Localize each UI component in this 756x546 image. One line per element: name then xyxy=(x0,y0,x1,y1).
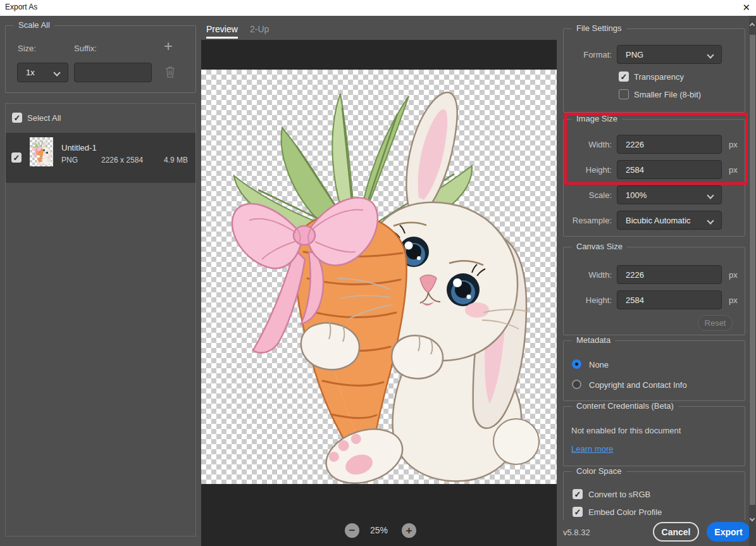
canvas-height-unit: px xyxy=(729,295,738,305)
zoom-level: 25% xyxy=(370,525,388,535)
file-size: 4.9 MB xyxy=(152,156,188,164)
suffix-label: Suffix: xyxy=(74,44,97,53)
transparency-label: Transparency xyxy=(634,72,684,82)
scale-select-value: 100% xyxy=(626,190,647,200)
file-name: Untitled-1 xyxy=(61,143,97,152)
cancel-button-label: Cancel xyxy=(662,527,691,537)
metadata-none-radio[interactable] xyxy=(572,359,581,369)
metadata-copyright-label: Copyright and Contact Info xyxy=(589,380,687,390)
preview-image xyxy=(201,70,557,484)
tab-2up[interactable]: 2-Up xyxy=(250,24,269,34)
suffix-input[interactable] xyxy=(74,63,152,82)
transparency-checkerboard xyxy=(201,70,557,484)
scroll-up-icon[interactable] xyxy=(750,23,755,28)
metadata-none-label: None xyxy=(589,360,609,369)
metadata-copyright-radio[interactable] xyxy=(572,380,581,389)
scale-all-group: Scale All xyxy=(5,25,196,93)
annotation-highlight-rect xyxy=(564,113,748,185)
resample-select-value: Bicubic Automatic xyxy=(626,216,691,225)
plus-icon: + xyxy=(406,525,412,536)
trash-icon[interactable] xyxy=(164,65,177,79)
learn-more-link[interactable]: Learn more xyxy=(571,444,613,454)
canvas-width-unit: px xyxy=(729,270,738,280)
chevron-down-icon xyxy=(707,51,714,58)
chevron-down-icon xyxy=(707,192,714,199)
add-scale-icon[interactable]: + xyxy=(164,39,173,53)
tab-2up-label: 2-Up xyxy=(250,24,269,34)
dialog-footer: v5.8.32 Cancel Export xyxy=(559,520,749,546)
format-select-value: PNG xyxy=(626,50,643,59)
file-thumbnail-art xyxy=(30,137,53,166)
content-credentials-group: Content Credentials (Beta) xyxy=(563,406,745,466)
export-button[interactable]: Export xyxy=(707,522,750,542)
canvas-height-label: Height: xyxy=(544,295,612,305)
embed-profile-label: Embed Color Profile xyxy=(588,507,662,517)
tab-active-underline xyxy=(206,37,238,39)
chevron-down-icon xyxy=(53,69,60,76)
convert-srgb-label: Convert to sRGB xyxy=(588,490,650,499)
preview-panel xyxy=(201,40,557,546)
metadata-group: Metadata xyxy=(563,340,745,401)
scale-select[interactable]: 100% xyxy=(617,185,722,204)
metadata-legend: Metadata xyxy=(572,335,615,345)
scale-all-legend: Scale All xyxy=(14,20,54,30)
canvas-height-value: 2584 xyxy=(626,295,644,305)
export-as-dialog: Export As ✕ Scale All Size: Suffix: + 1x… xyxy=(0,0,756,546)
scrollbar-thumb[interactable] xyxy=(750,35,755,505)
size-select-value: 1x xyxy=(26,68,35,77)
tab-preview[interactable]: Preview xyxy=(206,24,238,34)
resample-select[interactable]: Bicubic Automatic xyxy=(617,211,722,230)
smaller-file-label: Smaller File (8-bit) xyxy=(634,90,701,99)
export-button-label: Export xyxy=(714,527,742,537)
file-settings-group: File Settings xyxy=(563,28,745,113)
canvas-size-legend: Canvas Size xyxy=(572,242,627,251)
reset-button[interactable]: Reset xyxy=(698,315,733,331)
reset-button-label: Reset xyxy=(705,318,726,328)
size-label: Size: xyxy=(18,44,36,53)
scale-label: Scale: xyxy=(544,190,612,200)
format-select[interactable]: PNG xyxy=(617,45,722,64)
right-panel-scrollbar[interactable] xyxy=(749,16,756,546)
scroll-down-icon[interactable] xyxy=(750,516,755,521)
content-credentials-status: Not enabled for this document xyxy=(571,426,681,435)
file-settings-legend: File Settings xyxy=(572,23,626,33)
title-bar: Export As ✕ xyxy=(0,0,756,16)
color-space-legend: Color Space xyxy=(572,466,626,476)
embed-profile-checkbox[interactable]: ✓ xyxy=(573,507,583,517)
format-label: Format: xyxy=(544,50,612,59)
canvas-width-label: Width: xyxy=(544,270,612,280)
chevron-down-icon xyxy=(707,217,714,224)
minus-icon: − xyxy=(349,525,356,536)
canvas-width-input[interactable]: 2226 xyxy=(617,265,722,284)
smaller-file-checkbox[interactable]: ✓ xyxy=(619,89,629,99)
file-thumbnail xyxy=(30,137,53,166)
convert-srgb-checkbox[interactable]: ✓ xyxy=(573,489,583,499)
window-title: Export As xyxy=(5,3,37,11)
file-format: PNG xyxy=(61,156,78,164)
cancel-button[interactable]: Cancel xyxy=(653,522,699,542)
file-dimensions: 2226 x 2584 xyxy=(101,156,143,164)
canvas-width-value: 2226 xyxy=(626,270,644,280)
tab-preview-label: Preview xyxy=(206,24,238,34)
resample-label: Resample: xyxy=(544,216,612,225)
zoom-in-button[interactable]: + xyxy=(402,523,416,538)
version-text: v5.8.32 xyxy=(563,528,590,537)
zoom-out-button[interactable]: − xyxy=(345,523,359,538)
content-credentials-legend: Content Credentials (Beta) xyxy=(572,401,678,411)
file-checkbox[interactable]: ✓ xyxy=(11,152,22,163)
size-select[interactable]: 1x xyxy=(17,63,68,82)
transparency-checkbox[interactable]: ✓ xyxy=(619,71,629,82)
select-all-label: Select All xyxy=(27,113,61,123)
close-icon[interactable]: ✕ xyxy=(742,1,750,14)
canvas-height-input[interactable]: 2584 xyxy=(617,290,722,309)
select-all-checkbox[interactable]: ✓ xyxy=(12,113,22,123)
